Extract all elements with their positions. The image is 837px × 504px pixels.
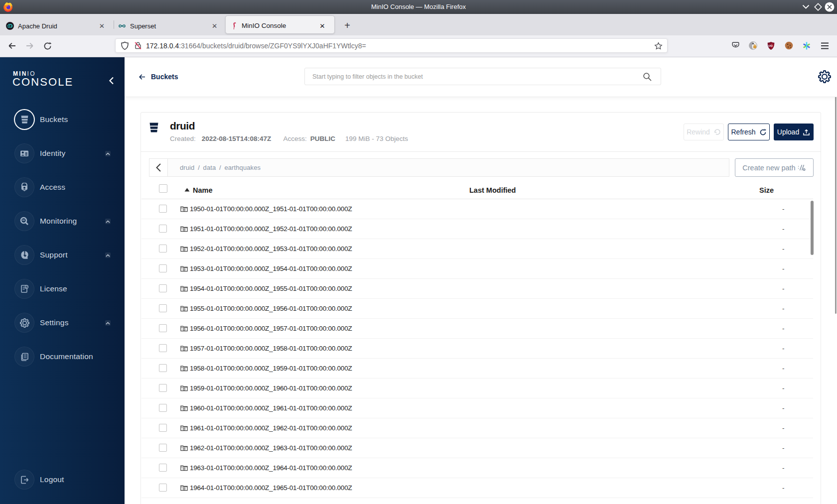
svg-text:UO: UO xyxy=(769,44,773,47)
